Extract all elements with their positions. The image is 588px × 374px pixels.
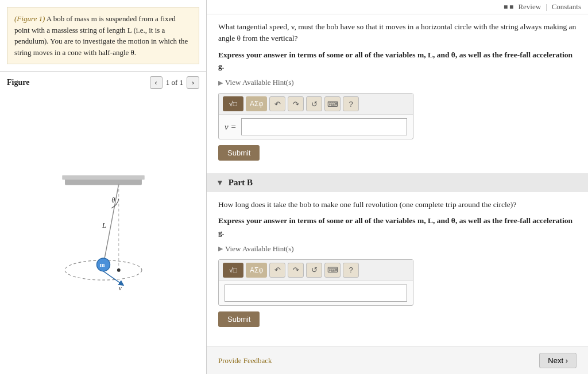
top-bar-separator: | [546,2,547,11]
figure-ref-label: (Figure 1) [14,14,45,23]
part-a-refresh-button[interactable]: ↺ [306,96,322,111]
part-b-hint-label: View Available Hint(s) [225,244,294,254]
svg-text:L: L [102,221,106,229]
part-b-redo-button[interactable]: ↷ [288,263,304,278]
part-b-refresh-button[interactable]: ↺ [306,263,322,278]
part-a-keyboard-button[interactable]: ⌨ [324,96,341,111]
part-a-answer-input[interactable] [241,118,407,135]
part-a-sqrt-button[interactable]: √□ [223,96,243,111]
top-bar: ■ ■ Review | Constants [207,0,588,14]
part-a-math-input-box: √□ ΑΣφ ↶ ↷ ↺ ⌨ ? v = [218,93,413,139]
svg-point-12 [117,268,120,272]
right-panel: ■ ■ Review | Constants What tangential s… [207,0,588,374]
part-a-var-label: v = [225,122,237,132]
part-a-question: What tangential speed, v, must the bob h… [218,21,577,45]
part-a-undo-button[interactable]: ↶ [269,96,285,111]
part-b-collapse-icon[interactable]: ▼ [216,178,224,188]
figure-section: Figure ‹ 1 of 1 › θ L [0,71,206,374]
part-b-answer-input[interactable] [225,285,407,302]
figure-prev-button[interactable]: ‹ [150,76,163,89]
next-button[interactable]: Next › [539,353,577,368]
part-b-math-input-box: √□ ΑΣφ ↶ ↷ ↺ ⌨ ? [218,259,413,306]
part-b-symbol-button[interactable]: ΑΣφ [246,263,267,278]
part-b-hint-link[interactable]: ▶ View Available Hint(s) [218,244,577,254]
part-a-toolbar: √□ ΑΣφ ↶ ↷ ↺ ⌨ ? [219,94,413,115]
part-b-keyboard-button[interactable]: ⌨ [324,263,341,278]
content-area: What tangential speed, v, must the bob h… [207,14,588,346]
figure-header: Figure ‹ 1 of 1 › [7,76,199,89]
figure-nav: ‹ 1 of 1 › [150,76,199,89]
part-b-question: How long does it take the bob to make on… [218,199,577,211]
part-a-redo-button[interactable]: ↷ [288,96,304,111]
svg-text:m: m [99,262,105,268]
figure-canvas: θ L m v [7,94,199,369]
part-b-submit-button[interactable]: Submit [218,311,260,327]
review-link[interactable]: Review [518,2,541,11]
constants-link[interactable]: Constants [552,2,581,11]
part-b-header: ▼ Part B [207,173,588,192]
top-bar-icons: ■ ■ [504,3,514,11]
part-b-sqrt-button[interactable]: √□ [223,263,243,278]
part-b-express: Express your answer in terms of some or … [218,215,577,239]
left-panel: (Figure 1) A bob of mass m is suspended … [0,0,207,374]
svg-text:v: v [118,285,122,291]
svg-text:θ: θ [111,196,115,204]
part-a-submit-button[interactable]: Submit [218,145,260,161]
part-b-toolbar: √□ ΑΣφ ↶ ↷ ↺ ⌨ ? [219,260,413,281]
part-b-undo-button[interactable]: ↶ [269,263,285,278]
part-a-symbol-button[interactable]: ΑΣφ [246,96,267,111]
hint-arrow-icon: ▶ [218,79,223,87]
figure-title: Figure [7,78,29,87]
part-a-input-row: v = [219,115,413,139]
part-a-help-button[interactable]: ? [343,96,359,111]
svg-line-9 [103,271,122,283]
part-a-hint-label: View Available Hint(s) [225,78,294,87]
part-a-express: Express your answer in terms of some or … [218,49,577,73]
pendulum-figure-svg: θ L m v [29,169,178,295]
figure-nav-counter: 1 of 1 [166,78,183,87]
part-b-hint-arrow-icon: ▶ [218,245,223,252]
footer-bar: Provide Feedback Next › [207,346,588,374]
svg-rect-1 [62,175,144,180]
part-b-title: Part B [229,178,253,188]
part-a-hint-link[interactable]: ▶ View Available Hint(s) [218,78,577,87]
figure-next-button[interactable]: › [187,76,199,89]
part-b-input-row [219,281,413,305]
provide-feedback-link[interactable]: Provide Feedback [218,356,272,365]
part-b-help-button[interactable]: ? [343,263,359,278]
problem-text-box: (Figure 1) A bob of mass m is suspended … [7,7,199,64]
